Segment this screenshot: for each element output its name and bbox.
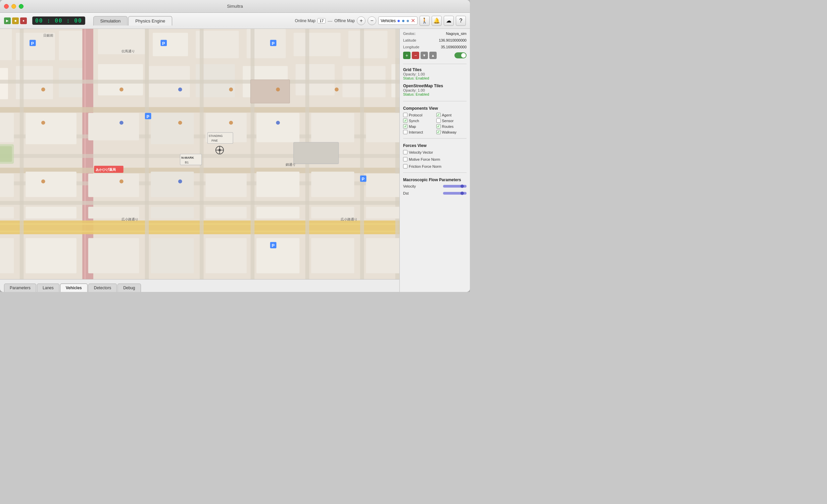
svg-point-81 — [178, 88, 182, 92]
minimize-button[interactable] — [11, 4, 16, 9]
pedestrian-icon-btn[interactable]: 🚶 — [420, 16, 430, 26]
svg-rect-52 — [151, 171, 194, 197]
walkway-checkbox[interactable]: ✓ — [436, 130, 441, 134]
move-layer-up-button[interactable]: ▲ — [429, 52, 437, 59]
svg-point-92 — [178, 180, 182, 184]
velocity-vector-label: Velocity Vector — [409, 150, 433, 154]
svg-point-86 — [119, 121, 124, 125]
mfp-dst-slider[interactable] — [443, 192, 467, 195]
map-zoom-number: 17 — [318, 18, 326, 23]
friction-force-label: Friction Force Norm — [409, 164, 441, 168]
svg-point-83 — [276, 88, 280, 92]
component-routes: ✓ Routes — [436, 124, 467, 129]
divider-3 — [403, 138, 467, 139]
routes-checkbox[interactable]: ✓ — [436, 124, 441, 129]
svg-point-79 — [41, 88, 45, 92]
bell-icon-btn[interactable]: 🔔 — [432, 16, 442, 26]
latitude-row: Latitude 136.9010000000 — [403, 38, 467, 42]
osm-tiles-status: Status: Enabled — [403, 92, 467, 96]
svg-rect-41 — [26, 113, 77, 144]
svg-rect-49 — [0, 173, 14, 197]
layer-toggle[interactable] — [454, 52, 467, 58]
svg-rect-40 — [0, 113, 14, 142]
mfp-velocity-slider[interactable] — [443, 185, 467, 188]
svg-rect-113 — [180, 154, 202, 165]
force-friction: Friction Force Norm — [403, 164, 467, 168]
svg-point-84 — [335, 88, 339, 92]
titlebar: Simultra — [0, 0, 470, 13]
add-layer-button[interactable]: + — [403, 52, 410, 59]
right-panel: Geoloc: Nagoya_sim Latitude 136.90100000… — [399, 29, 470, 292]
svg-point-88 — [229, 121, 233, 125]
tab-parameters[interactable]: Parameters — [4, 284, 36, 292]
tab-debug[interactable]: Debug — [117, 284, 141, 292]
svg-point-120 — [218, 149, 221, 151]
svg-text:広小路通り: 広小路通り — [341, 217, 357, 221]
sensor-checkbox[interactable] — [436, 118, 441, 123]
svg-rect-51 — [88, 173, 139, 197]
osm-tiles-name: OpenStreetMap Tiles — [403, 84, 467, 88]
svg-rect-55 — [311, 171, 354, 197]
close-button[interactable] — [4, 4, 9, 9]
svg-rect-76 — [0, 146, 12, 162]
svg-rect-64 — [311, 207, 354, 218]
synch-label: Synch — [409, 119, 419, 123]
synch-checkbox[interactable]: ✓ — [403, 118, 407, 123]
svg-text:錦通り: 錦通り — [286, 163, 296, 166]
svg-rect-46 — [311, 113, 354, 142]
remove-layer-button[interactable]: − — [412, 52, 419, 59]
tab-detectors[interactable]: Detectors — [88, 284, 117, 292]
svg-rect-68 — [88, 238, 139, 273]
grid-tiles-layer: Grid Tiles Opacity: 1.00 Status: Enabled — [403, 67, 467, 80]
intersect-label: Intersect — [409, 130, 423, 134]
svg-rect-8 — [294, 33, 341, 56]
main-window: Simultra ▶ ■ ● 00 : 00 : 00 Simulation P… — [0, 0, 470, 292]
svg-point-82 — [229, 88, 233, 92]
divider-4 — [403, 172, 467, 173]
timer-display: 00 : 00 : 00 — [32, 16, 85, 25]
fullscreen-button[interactable] — [19, 4, 23, 9]
svg-text:あかひげ薬局: あかひげ薬局 — [96, 168, 116, 171]
svg-rect-65 — [366, 207, 399, 218]
force-velocity: Velocity Vector — [403, 150, 467, 154]
move-layer-down-button[interactable]: ▼ — [421, 52, 428, 59]
zoom-in-button[interactable]: + — [357, 16, 366, 25]
map-checkbox[interactable]: ✓ — [403, 124, 407, 129]
longitude-value: 35.1696000000 — [441, 45, 467, 49]
svg-rect-78 — [294, 142, 339, 164]
agent-checkbox[interactable]: ✓ — [436, 113, 441, 117]
tab-vehicles[interactable]: Vehicles — [60, 284, 88, 292]
map-view[interactable]: P P P P P P 桜通り 日銀前 伝馬通り 袋町通り 錦通り — [0, 29, 399, 279]
pause-button[interactable]: ■ — [12, 17, 19, 24]
velocity-vector-checkbox[interactable] — [403, 150, 407, 154]
svg-rect-70 — [205, 238, 246, 273]
map-label-cv: Map — [409, 124, 416, 129]
cloud-icon-btn[interactable]: ☁ — [444, 16, 454, 26]
longitude-label: Longitude — [403, 45, 419, 49]
offline-map-label: Offline Map — [334, 18, 355, 23]
component-sensor: Sensor — [436, 118, 467, 123]
friction-force-checkbox[interactable] — [403, 164, 407, 168]
main-tabs: Simulation Physics Engine — [93, 16, 173, 26]
content-area: P P P P P P 桜通り 日銀前 伝馬通り 袋町通り 錦通り — [0, 29, 470, 292]
latitude-label: Latitude — [403, 38, 416, 42]
map-controls: Online Map 17 — Offline Map + − Vehicles… — [295, 16, 466, 26]
window-title: Simultra — [227, 4, 243, 9]
simulation-tab[interactable]: Simulation — [93, 16, 128, 26]
motive-force-checkbox[interactable] — [403, 157, 407, 161]
protocol-label: Protocol — [409, 113, 422, 117]
tab-lanes[interactable]: Lanes — [37, 284, 59, 292]
help-icon-btn[interactable]: ? — [456, 16, 466, 26]
walkway-label: Walkway — [442, 130, 457, 134]
intersect-checkbox[interactable] — [403, 130, 407, 134]
mfp-velocity: Velocity — [403, 184, 467, 188]
zoom-out-button[interactable]: − — [368, 16, 376, 25]
svg-rect-69 — [151, 238, 194, 273]
svg-point-87 — [178, 121, 182, 125]
protocol-checkbox[interactable] — [403, 113, 407, 117]
svg-rect-71 — [256, 238, 299, 273]
physics-engine-tab[interactable]: Physics Engine — [128, 16, 172, 26]
svg-rect-59 — [26, 207, 77, 218]
stop-button[interactable]: ● — [20, 17, 27, 24]
play-button[interactable]: ▶ — [4, 17, 11, 24]
